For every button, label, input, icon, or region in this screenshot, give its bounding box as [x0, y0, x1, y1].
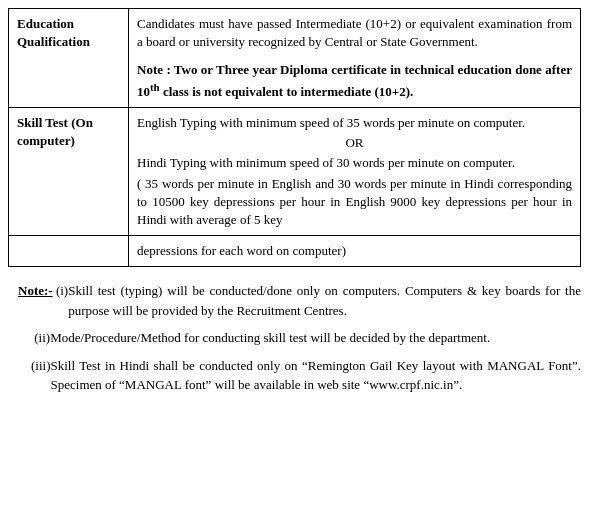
- education-row: Education Qualification Candidates must …: [9, 9, 581, 108]
- note-ii-row: (ii) Mode/Procedure/Method for conductin…: [8, 328, 581, 348]
- note-underline: Note:-: [18, 283, 53, 298]
- continuation-text: depressions for each word on computer): [137, 242, 572, 260]
- education-content: Candidates must have passed Intermediate…: [129, 9, 581, 108]
- note-header-row: Note:- (i) Skill test (typing) will be c…: [8, 281, 581, 320]
- continuation-row: depressions for each word on computer): [9, 236, 581, 267]
- education-para1: Candidates must have passed Intermediate…: [137, 15, 572, 51]
- note-iii-text: Skill Test in Hindi shall be conducted o…: [51, 356, 582, 395]
- notes-section: Note:- (i) Skill test (typing) will be c…: [8, 277, 581, 407]
- continuation-content: depressions for each word on computer): [129, 236, 581, 267]
- note-iii-label: (iii): [8, 356, 51, 395]
- or-text: OR: [137, 134, 572, 152]
- skill-test-label: Skill Test (On computer): [9, 108, 129, 236]
- note-ii-text: Mode/Procedure/Method for conducting ski…: [50, 328, 581, 348]
- note-i-text: Skill test (typing) will be conducted/do…: [68, 281, 581, 320]
- hindi-typing: Hindi Typing with minimum speed of 30 wo…: [137, 154, 572, 172]
- education-note: Note : Two or Three year Diploma certifi…: [137, 61, 572, 101]
- note-iii-row: (iii) Skill Test in Hindi shall be condu…: [8, 356, 581, 395]
- education-label: Education Qualification: [9, 9, 129, 108]
- skill-test-row: Skill Test (On computer) English Typing …: [9, 108, 581, 236]
- note-ii-label: (ii): [8, 328, 50, 348]
- skill-test-content: English Typing with minimum speed of 35 …: [129, 108, 581, 236]
- english-typing: English Typing with minimum speed of 35 …: [137, 114, 572, 132]
- continuation-label: [9, 236, 129, 267]
- typing-details: ( 35 words per minute in English and 30 …: [137, 175, 572, 230]
- note-header-label: Note:- (i): [8, 281, 68, 320]
- note-bold-text: Note : Two or Three year Diploma certifi…: [137, 62, 572, 99]
